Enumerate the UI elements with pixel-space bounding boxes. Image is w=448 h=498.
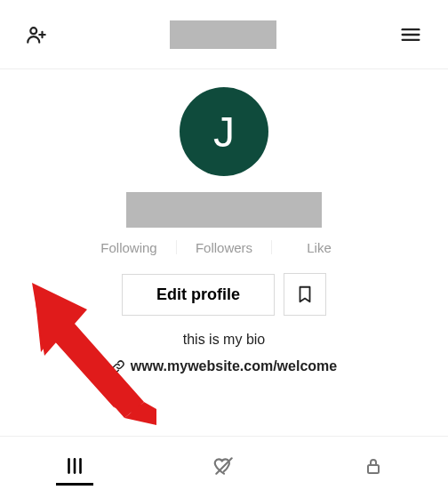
svg-marker-9 [124, 402, 156, 425]
tab-feed[interactable] [0, 442, 149, 489]
like-stat[interactable]: Like [272, 240, 366, 255]
profile-section: J Following Followers Like Edit profile [0, 69, 448, 374]
bookmark-icon [295, 285, 315, 304]
username-redacted [126, 192, 322, 228]
profile-actions: Edit profile [122, 273, 326, 316]
link-icon [111, 359, 125, 374]
svg-rect-14 [368, 465, 379, 473]
bookmark-button[interactable] [284, 273, 326, 316]
add-friend-button[interactable] [25, 23, 48, 46]
svg-point-0 [30, 28, 36, 34]
active-underline [56, 483, 93, 486]
like-label: Like [307, 240, 332, 255]
hamburger-icon [398, 22, 423, 47]
tab-private[interactable] [299, 442, 448, 489]
tab-liked[interactable] [149, 442, 299, 489]
followers-label: Followers [196, 240, 252, 255]
bio-text: this is my bio [183, 332, 265, 348]
content-tabs [0, 436, 448, 489]
page-title-redacted [170, 20, 276, 49]
following-stat[interactable]: Following [82, 240, 176, 255]
stats-row: Following Followers Like [82, 240, 366, 255]
feed-icon [63, 454, 86, 478]
avatar-initial: J [213, 108, 235, 157]
add-friend-icon [25, 23, 48, 46]
lock-icon [363, 455, 384, 477]
edit-profile-label: Edit profile [156, 285, 240, 303]
top-bar [0, 0, 448, 69]
bio-link-text: www.mywebsite.com/welcome [131, 358, 337, 374]
bio-link[interactable]: www.mywebsite.com/welcome [111, 358, 337, 374]
edit-profile-button[interactable]: Edit profile [122, 274, 275, 316]
following-label: Following [100, 240, 156, 255]
avatar[interactable]: J [180, 87, 268, 176]
menu-button[interactable] [398, 22, 423, 47]
svg-marker-7 [114, 391, 151, 418]
heart-off-icon [212, 454, 236, 478]
followers-stat[interactable]: Followers [177, 240, 271, 255]
